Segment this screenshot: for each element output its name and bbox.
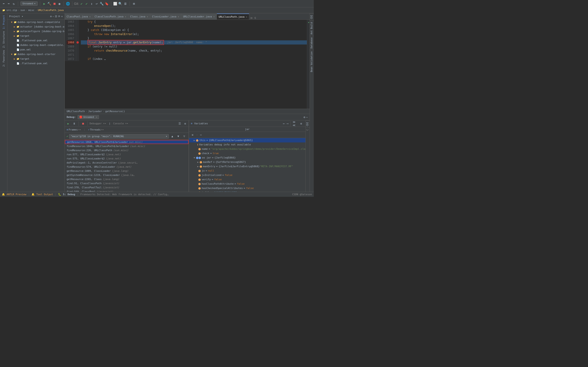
frame-item[interactable]: run:577, URLClassLoader$2 (java.net) [65,152,189,156]
tree-item-iml[interactable]: 📄 dubbo-spring-boot-compatible.iml [7,43,65,47]
tab-class[interactable]: Class.java ✕ [128,14,150,19]
layout-btn[interactable]: ☰ [177,121,182,126]
tab-close-icon[interactable]: ✕ [213,15,215,18]
tab-classclasspath[interactable]: ClassClassPath.java ✕ [93,14,128,19]
right-label-cdi-top[interactable]: CDI [310,13,314,20]
status-debug[interactable]: 🐛 5: Debug [58,193,75,196]
var-row-check[interactable]: ⬤ check = true [189,151,305,156]
thread-down-btn[interactable]: ▼ [176,134,181,139]
tab-close-icon[interactable]: ✕ [147,15,148,18]
build-icon[interactable]: 🔨 [48,2,51,6]
vars-back-btn[interactable]: ← [196,133,199,137]
tree-item-flattened-pom2[interactable]: 📄 .flattened-pom.xml [7,61,65,66]
console-tab[interactable]: Console [113,122,124,125]
frames-btn[interactable]: ≡ Frames +• [66,128,82,132]
tab-urlclasspath[interactable]: URLClassPath.java ✕ [217,14,250,19]
frame-item[interactable]: getResource:1089, ClassLoader (java.lang… [65,169,189,173]
forward-icon[interactable]: ➡ [7,2,10,6]
browser-icon[interactable]: 🌐 [66,2,70,6]
apps-icon[interactable]: ⊞ [132,2,136,6]
status-antlr[interactable]: 🔔 ANTLR Preview [2,193,26,196]
project-close-icon[interactable]: ✕ [61,15,63,18]
undo-icon[interactable]: ↩ [95,2,99,6]
tree-item-flattened-pom[interactable]: 📄 .flattened-pom.xml [7,38,65,43]
breadcrumb-getresource[interactable]: getResource() [105,110,125,113]
tree-item-target[interactable]: ▶ 📁 target [7,33,65,38]
resume-btn[interactable]: ▶ [66,121,71,126]
right-label-beanvalidation[interactable]: Bean Validation [310,50,314,73]
var-row-jvinit[interactable]: ⬤ jvInitialized = false [189,173,305,177]
frame-item[interactable]: getResource:2265, Class (java.lang) [65,177,189,181]
tree-item-pom[interactable]: 📄 pom.xml [7,47,65,52]
var-row-manentry[interactable]: ▶ ⬤ manEntry = {JarFile$JarFileEntry@586… [189,164,305,169]
tab-urlclassloader[interactable]: URLClassLoader.java ✕ [181,14,217,19]
breadcrumb-src[interactable]: src.zip [6,9,17,12]
debugger-tab[interactable]: Debugger [90,122,102,125]
tab-close-icon[interactable]: ✕ [125,15,126,18]
project-panel-dropdown[interactable]: ▾ [22,15,23,18]
tab-classpool[interactable]: ClassPool.java ✕ [65,14,93,19]
run-icon[interactable]: ▶ [43,2,46,6]
project-settings-icon[interactable]: ⚙ [50,15,52,18]
tree-item-dubbo-compatible[interactable]: ▼ 📁 dubbo-spring-boot-compatible [7,20,65,24]
frame-item[interactable]: findResource:1046, URLClassPath$JarLoade… [65,144,189,148]
pause-btn[interactable]: ⏸ [72,121,77,126]
var-row-jar[interactable]: ▼ ⬤⬤ oo jar = {JarFile@5866} [189,156,305,160]
wrench-icon[interactable]: 🔧 [100,2,104,6]
stop-btn[interactable]: ⏹ [81,121,86,126]
tab-close-icon[interactable]: ✕ [89,15,91,18]
stop-icon[interactable]: ⏹ [52,2,56,6]
breadcrumb-urlclasspath[interactable]: URLClassPath [67,110,85,113]
project-expand-icon[interactable]: ☰ [55,15,57,18]
var-row-jzfile[interactable]: ⬤ jzfile = 140621470914352 [189,190,305,192]
bookmark-icon[interactable]: 🔖 [105,2,109,6]
var-row-hascpa[interactable]: ⬤ hasClassPathAttribute = false [189,182,305,186]
tree-item-actuator[interactable]: ▶ 📁 actuator [dubbo-spring-boot-actuator… [7,24,65,29]
var-row-hascsa[interactable]: ⬤ hasCheckedSpecialAttributes = false [189,186,305,190]
right-label-antbuild[interactable]: Ant Build [310,20,314,36]
vars-list-icon[interactable]: ≡ [190,132,195,137]
threads-btn[interactable]: ⚡ Threads +• [87,128,105,132]
record-icon[interactable]: ◉ [58,2,61,6]
frame-item[interactable]: run:575, URLClassLoader$2 (java.net) [65,156,189,161]
tab-close-icon[interactable]: ✕ [246,16,247,18]
frame-item[interactable]: find:569, ClassPool (javassist) [65,190,189,192]
settings-btn[interactable]: ⚙ [183,121,188,126]
vars-nav-right[interactable]: ⟶ [286,122,289,126]
thread-dropdown[interactable]: "main"@738 in group "main": RUNNING ▾ [69,134,169,139]
breadcrumb-file[interactable]: URLClassPath.java [38,9,64,12]
var-row-this[interactable]: ▶ ⬤ this = {URLClassPath$JarLoader@5865} [189,138,305,142]
search-icon[interactable]: 🔍 [119,2,122,6]
tree-item-target2[interactable]: ▶ 📁 target [7,56,65,61]
frame-item[interactable]: find:91, ClassClassPath (javassist) [65,181,189,185]
project-dropdown[interactable]: Unnamed ▾ [20,1,38,6]
project-collapse-icon[interactable]: — [52,15,54,18]
sidebar-structure-icon[interactable]: Z: Structure [0,30,7,49]
frame-item[interactable]: getSystemResource:1219, ClassLoader (jav… [65,173,189,177]
frame-item-selected[interactable]: getResource:1068, URLClassPath$JarLoader… [65,140,189,144]
sidebar-favorites-icon[interactable]: 2: Favorites [0,49,7,67]
status-tool[interactable]: 🔔 Tool Output [32,193,53,196]
breadcrumb-jarloader[interactable]: JarLoader [88,110,102,113]
vars-expand-btn[interactable]: ≫ ≪ [293,121,298,126]
refresh-icon[interactable]: ↻ [12,2,16,6]
git-check2-icon[interactable]: ✔ [85,2,88,6]
breadcrumb-sun[interactable]: sun [20,9,25,12]
var-row-jv[interactable]: ⬤ jv = null [189,169,305,173]
vars-nav-left[interactable]: ⟵ [283,122,285,126]
more-tabs-icon[interactable]: ≫ 6 [250,17,256,19]
back-icon[interactable]: ⬅ [2,2,6,6]
debug-settings-icon[interactable]: ⚙ [304,116,305,119]
var-row-manref[interactable]: ▶ ⬤ manRef = {SoftReference@5867} [189,160,305,164]
frame-item[interactable]: findResource:574, URLClassLoader (java.n… [65,165,189,169]
frame-item[interactable]: find:370, ClassPoolTail (javassist) [65,185,189,190]
right-label-database[interactable]: Database [310,36,314,50]
tree-item-starter[interactable]: ▼ 📁 dubbo-spring-boot-starter [7,52,65,56]
right-label-cdi[interactable]: CDI [306,120,310,127]
debug-close-icon[interactable]: — [306,116,308,119]
tab-close-icon[interactable]: ✕ [178,15,179,18]
project-sync-icon[interactable]: ⟳ [58,15,60,18]
git-check-icon[interactable]: ✔ [80,2,83,6]
debug-session-close[interactable]: ✕ [96,116,97,119]
debug-session-tab[interactable]: 🔴 Unnamed ✕ [78,115,99,119]
